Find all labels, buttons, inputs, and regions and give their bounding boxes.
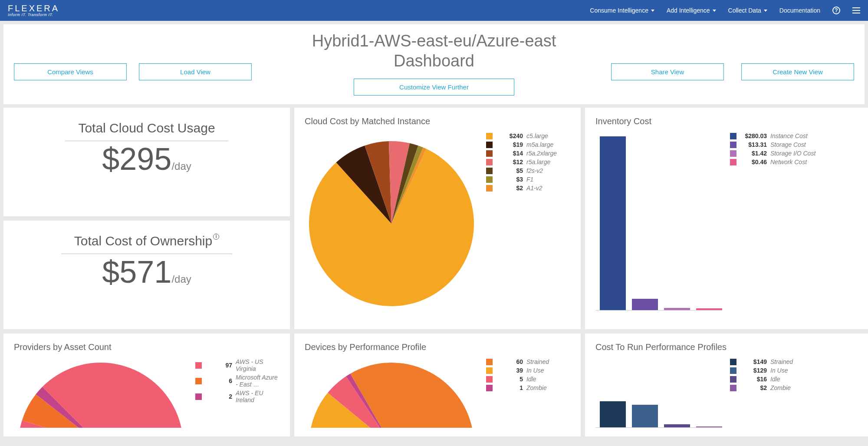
card-total-cloud-cost: Total Cloud Cost Usage $295/day	[3, 108, 290, 216]
legend-label: Idle	[770, 376, 780, 383]
metric-value-row: $571/day	[14, 254, 279, 290]
legend-value: 97	[205, 362, 232, 369]
chart-legend: $240 c5.large $19 m5a.large $14 r5a.2xla…	[486, 132, 570, 315]
legend-value: $19	[496, 141, 523, 148]
legend-swatch	[730, 376, 736, 383]
legend-value: $5	[496, 167, 523, 174]
chart-title: Devices by Performance Profile	[305, 342, 570, 352]
legend-row: $240 c5.large	[486, 132, 570, 139]
legend-row: $12 r5a.large	[486, 159, 570, 165]
legend-row: $5 f2s-v2	[486, 167, 570, 174]
help-icon[interactable]: ?	[832, 7, 840, 14]
bar[interactable]	[632, 405, 658, 427]
legend-swatch	[195, 362, 202, 369]
bar[interactable]	[696, 426, 722, 427]
legend-label: Instance Cost	[770, 132, 808, 139]
metric-value-row: $295/day	[14, 141, 279, 177]
bar[interactable]	[600, 136, 626, 310]
legend-label: Zombie	[526, 384, 547, 391]
legend-swatch	[195, 378, 202, 384]
card-providers-pie: Providers by Asset Count 97 AWS - US Vir…	[3, 334, 290, 436]
bar[interactable]	[632, 299, 658, 311]
customize-view-button[interactable]: Customize View Further	[354, 79, 514, 96]
legend-row: $0.46 Network Cost	[730, 159, 861, 165]
legend-swatch	[730, 142, 736, 148]
legend-value: $14	[496, 150, 523, 157]
legend-label: m5a.large	[526, 141, 553, 148]
legend-row: $3 F1	[486, 176, 570, 183]
compare-views-button[interactable]: Compare Views	[14, 63, 127, 80]
chevron-down-icon	[764, 10, 767, 12]
chart-title: Cost To Run Performance Profiles	[595, 342, 861, 352]
legend-value: 6	[205, 377, 232, 384]
legend-row: $2 Zombie	[730, 384, 861, 391]
legend-swatch	[195, 393, 202, 400]
metric-title: Total Cost of Ownershipi	[61, 234, 232, 254]
legend-label: Idle	[526, 376, 536, 383]
brand-name: FLEXERA	[8, 4, 59, 13]
legend-label: Microsoft Azure - East …	[236, 374, 279, 388]
legend-row: $13.31 Storage Cost	[730, 141, 861, 148]
menu-icon[interactable]	[852, 7, 860, 13]
bar[interactable]	[696, 308, 722, 310]
bar[interactable]	[664, 308, 690, 310]
legend-value: 2	[205, 393, 232, 400]
legend-label: AWS - US Virginia	[236, 358, 279, 372]
nav-consume-intelligence[interactable]: Consume Intelligence	[590, 7, 654, 14]
top-nav: FLEXERA Inform IT. Transform IT. Consume…	[0, 0, 868, 21]
legend-swatch	[486, 150, 493, 157]
legend-swatch	[730, 385, 736, 391]
legend-swatch	[486, 185, 493, 192]
legend-row: 2 AWS - EU Ireland	[195, 390, 279, 403]
legend-value: $149	[740, 358, 767, 365]
legend-row: $129 In Use	[730, 367, 861, 374]
card-total-cost-ownership: Total Cost of Ownershipi $571/day	[3, 221, 290, 329]
legend-swatch	[486, 376, 493, 383]
legend-label: F1	[526, 176, 533, 183]
card-inventory-cost-bar: Inventory Cost $280.03 Instance Cost $13…	[585, 108, 868, 329]
nav-add-intelligence[interactable]: Add Intelligence	[667, 7, 716, 14]
legend-row: $1.42 Storage I/O Cost	[730, 150, 861, 157]
info-icon[interactable]: i	[213, 234, 219, 240]
legend-label: Storage I/O Cost	[770, 150, 815, 157]
legend-value: 5	[496, 376, 523, 383]
share-view-button[interactable]: Share View	[611, 63, 724, 80]
header-panel: Compare Views Load View Share View Creat…	[3, 24, 865, 104]
legend-value: $2	[496, 185, 523, 192]
legend-swatch	[486, 133, 493, 139]
legend-label: Storage Cost	[770, 141, 806, 148]
card-cost-to-run-bar: Cost To Run Performance Profiles $149 St…	[585, 334, 868, 436]
legend-value: $3	[496, 176, 523, 183]
legend-swatch	[486, 176, 493, 183]
legend-label: r5a.large	[526, 159, 550, 165]
legend-swatch	[486, 159, 493, 165]
create-new-view-button[interactable]: Create New View	[741, 63, 854, 80]
legend-value: 39	[496, 367, 523, 374]
legend-label: Network Cost	[770, 159, 807, 165]
legend-value: $2	[740, 384, 767, 391]
legend-swatch	[486, 367, 493, 374]
legend-value: $1.42	[740, 150, 767, 157]
chart-legend: 97 AWS - US Virginia 6 Microsoft Azure -…	[195, 358, 279, 428]
bar[interactable]	[600, 401, 626, 427]
bar-chart	[595, 358, 722, 428]
nav-collect-data[interactable]: Collect Data	[728, 7, 767, 14]
bar-chart	[595, 132, 722, 311]
legend-row: 97 AWS - US Virginia	[195, 358, 279, 372]
legend-swatch	[730, 359, 736, 365]
legend-row: 5 Idle	[486, 376, 570, 383]
load-view-button[interactable]: Load View	[139, 63, 252, 80]
chart-legend: $149 Strained $129 In Use $16 Idle $2 Zo…	[730, 358, 861, 428]
legend-value: $16	[740, 376, 767, 383]
legend-swatch	[486, 385, 493, 391]
legend-swatch	[730, 159, 736, 165]
legend-row: 1 Zombie	[486, 384, 570, 391]
legend-value: $129	[740, 367, 767, 374]
legend-swatch	[730, 133, 736, 139]
nav-documentation[interactable]: Documentation	[779, 7, 820, 14]
legend-label: In Use	[770, 367, 788, 374]
bar[interactable]	[664, 424, 690, 427]
legend-label: Zombie	[770, 384, 791, 391]
chart-legend: 60 Strained 39 In Use 5 Idle 1 Zombie	[486, 358, 570, 428]
legend-value: $280.03	[740, 132, 767, 139]
